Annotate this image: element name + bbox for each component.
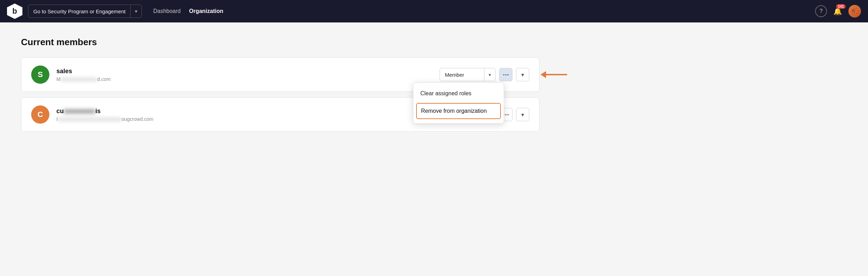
more-options-button-sales[interactable]: ⋯ xyxy=(499,68,512,81)
member-card-sales: S sales Mxxxxxxxxxxxxxxxd.com Member ▾ ⋯… xyxy=(21,57,539,92)
member-email-cu: Ixxxxxxxxxxxxxxxxxxxxxxxxxxougcrowd.com xyxy=(56,116,440,122)
expand-button-sales[interactable]: ▾ xyxy=(516,68,529,81)
avatar-cu: C xyxy=(31,105,49,124)
email-suffix-cu: ougcrowd.com xyxy=(122,116,153,122)
name-prefix: cu xyxy=(56,108,64,115)
notification-badge: 141 xyxy=(836,4,846,9)
role-label-sales: Member xyxy=(440,72,484,78)
member-email-sales: Mxxxxxxxxxxxxxxxd.com xyxy=(56,76,440,82)
email-blurred-cu: xxxxxxxxxxxxxxxxxxxxxxxxxx xyxy=(58,116,122,122)
nav-organization[interactable]: Organization xyxy=(189,8,223,14)
member-info-cu: cuxxxxxxxxxis Ixxxxxxxxxxxxxxxxxxxxxxxxx… xyxy=(56,108,440,122)
arrow-head-icon xyxy=(540,71,546,78)
logo-letter: b xyxy=(12,7,17,16)
remove-from-org-option[interactable]: Remove from organization xyxy=(416,103,501,119)
section-title: Current members xyxy=(21,37,539,48)
chevron-down-icon: ▾ xyxy=(131,8,142,14)
clear-roles-option[interactable]: Clear assigned roles xyxy=(413,85,504,102)
navbar: b Go to Security Program or Engagement ▾… xyxy=(0,0,868,22)
user-avatar[interactable]: 🏀 xyxy=(848,5,861,18)
email-suffix: d.com xyxy=(97,76,111,82)
member-controls-sales: Member ▾ ⋯ ▾ xyxy=(440,68,529,81)
help-icon[interactable]: ? xyxy=(815,5,827,17)
main-content: Current members S sales Mxxxxxxxxxxxxxxx… xyxy=(0,23,560,151)
email-prefix: M xyxy=(56,76,61,82)
member-name-cu: cuxxxxxxxxxis xyxy=(56,108,440,115)
expand-button-cu[interactable]: ▾ xyxy=(516,108,529,121)
app-logo[interactable]: b xyxy=(7,4,22,19)
name-suffix: is xyxy=(95,108,101,115)
nav-icons: ? 🔔 141 🏀 xyxy=(815,5,861,18)
program-select-text: Go to Security Program or Engagement xyxy=(28,8,130,14)
nav-links: Dashboard Organization xyxy=(153,8,223,14)
name-blurred: xxxxxxxxx xyxy=(64,108,95,115)
dropdown-menu-sales: Clear assigned roles Remove from organiz… xyxy=(413,82,504,124)
notifications-button[interactable]: 🔔 141 xyxy=(833,7,842,15)
arrow-indicator xyxy=(540,71,567,78)
arrow-line xyxy=(546,74,567,75)
role-dropdown-sales[interactable]: Member ▾ xyxy=(440,68,496,81)
role-chevron-icon: ▾ xyxy=(484,72,495,77)
member-info-sales: sales Mxxxxxxxxxxxxxxxd.com xyxy=(56,68,440,82)
nav-dashboard[interactable]: Dashboard xyxy=(153,8,180,14)
avatar-sales: S xyxy=(31,65,49,84)
email-blurred: xxxxxxxxxxxxxxx xyxy=(61,76,97,82)
program-select[interactable]: Go to Security Program or Engagement ▾ xyxy=(28,5,142,18)
member-name-sales: sales xyxy=(56,68,440,75)
